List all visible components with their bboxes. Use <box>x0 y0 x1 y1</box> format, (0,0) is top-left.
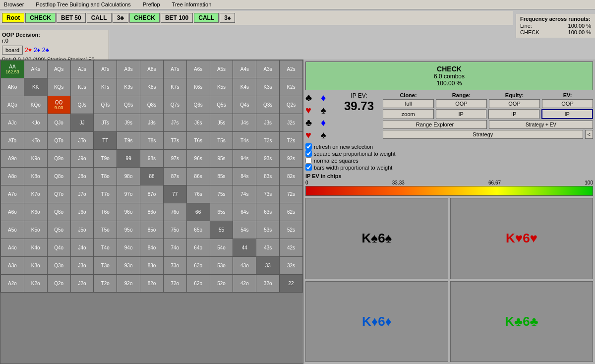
matrix-cell-j9s[interactable]: J9s <box>117 114 140 132</box>
matrix-cell-kts[interactable]: KTs <box>94 78 117 96</box>
matrix-cell-j2o[interactable]: J2o <box>70 275 94 293</box>
matrix-cell-72s[interactable]: 72s <box>280 185 303 203</box>
matrix-cell-53s[interactable]: 53s <box>256 221 280 239</box>
chevron-btn[interactable]: < <box>585 130 593 139</box>
matrix-cell-84s[interactable]: 84s <box>233 168 256 185</box>
matrix-cell-63o[interactable]: 63o <box>186 257 210 275</box>
matrix-cell-q3o[interactable]: Q3o <box>47 257 70 275</box>
matrix-cell-a2s[interactable]: A2s <box>280 61 303 78</box>
matrix-cell-q8s[interactable]: Q8s <box>140 96 164 114</box>
matrix-cell-aqo[interactable]: AQo <box>1 96 24 114</box>
matrix-cell-jj[interactable]: JJ <box>70 114 94 132</box>
matrix-cell-t2o[interactable]: T2o <box>94 275 117 293</box>
matrix-cell-k8s[interactable]: K8s <box>140 78 164 96</box>
matrix-cell-q5s[interactable]: Q5s <box>210 96 233 114</box>
nav-bet100[interactable]: BET 100 <box>161 13 193 23</box>
diamonds-icon-2[interactable]: ♦ <box>321 117 335 128</box>
matrix-cell-93o[interactable]: 93o <box>117 257 140 275</box>
matrix-cell-54s[interactable]: 54s <box>233 221 256 239</box>
matrix-cell-85s[interactable]: 85s <box>210 168 233 185</box>
matrix-cell-j5o[interactable]: J5o <box>70 221 94 239</box>
matrix-cell-j9o[interactable]: J9o <box>70 150 94 168</box>
matrix-cell-jto[interactable]: JTo <box>70 132 94 150</box>
matrix-cell-kqs[interactable]: KQs <box>47 78 70 96</box>
matrix-cell-qjs[interactable]: QJs <box>70 96 94 114</box>
matrix-cell-53o[interactable]: 53o <box>210 257 233 275</box>
matrix-cell-54o[interactable]: 54o <box>210 239 233 257</box>
matrix-cell-aqs[interactable]: AQs <box>47 61 70 78</box>
matrix-cell-92s[interactable]: 92s <box>280 150 303 168</box>
matrix-cell-75o[interactable]: 75o <box>163 221 186 239</box>
matrix-cell-82o[interactable]: 82o <box>140 275 164 293</box>
checkbox-bars-input[interactable] <box>305 164 312 171</box>
matrix-cell-q4o[interactable]: Q4o <box>47 239 70 257</box>
matrix-cell-q6o[interactable]: Q6o <box>47 203 70 221</box>
range-oop-btn[interactable]: OOP <box>436 99 487 108</box>
matrix-cell-93s[interactable]: 93s <box>256 150 280 168</box>
matrix-cell-j3o[interactable]: J3o <box>70 257 94 275</box>
clubs-icon[interactable]: ♣ <box>305 92 320 104</box>
ev-oop-btn[interactable]: OOP <box>542 99 593 108</box>
matrix-cell-a8o[interactable]: A8o <box>1 168 24 185</box>
nav-check2[interactable]: CHECK <box>129 13 160 23</box>
matrix-cell-aa[interactable]: AA162.53 <box>1 61 24 78</box>
matrix-cell-97o[interactable]: 97o <box>117 185 140 203</box>
matrix-cell-62s[interactable]: 62s <box>280 203 303 221</box>
matrix-cell-83s[interactable]: 83s <box>256 168 280 185</box>
matrix-cell-92o[interactable]: 92o <box>117 275 140 293</box>
matrix-cell-a6s[interactable]: A6s <box>186 61 210 78</box>
matrix-cell-52s[interactable]: 52s <box>280 221 303 239</box>
menu-postflop[interactable]: Postflop Tree Building and Calculations <box>34 1 132 8</box>
matrix-cell-q9o[interactable]: Q9o <box>47 150 70 168</box>
matrix-cell-96s[interactable]: 96s <box>186 150 210 168</box>
matrix-cell-94s[interactable]: 94s <box>233 150 256 168</box>
matrix-cell-q7o[interactable]: Q7o <box>47 185 70 203</box>
matrix-cell-qjo[interactable]: QJo <box>47 114 70 132</box>
matrix-cell-k3s[interactable]: K3s <box>256 78 280 96</box>
matrix-cell-j2s[interactable]: J2s <box>280 114 303 132</box>
matrix-cell-k4s[interactable]: K4s <box>233 78 256 96</box>
matrix-cell-qts[interactable]: QTs <box>94 96 117 114</box>
matrix-cell-j4o[interactable]: J4o <box>70 239 94 257</box>
matrix-cell-a5s[interactable]: A5s <box>210 61 233 78</box>
matrix-cell-ako[interactable]: AKo <box>1 78 24 96</box>
matrix-cell-a3o[interactable]: A3o <box>1 257 24 275</box>
matrix-cell-87o[interactable]: 87o <box>140 185 164 203</box>
matrix-cell-k3o[interactable]: K3o <box>24 257 47 275</box>
nav-root[interactable]: Root <box>2 13 24 23</box>
matrix-cell-j8s[interactable]: J8s <box>140 114 164 132</box>
matrix-cell-95o[interactable]: 95o <box>117 221 140 239</box>
matrix-cell-t4o[interactable]: T4o <box>94 239 117 257</box>
matrix-cell-j5s[interactable]: J5s <box>210 114 233 132</box>
matrix-cell-43s[interactable]: 43s <box>256 239 280 257</box>
matrix-cell-98s[interactable]: 98s <box>140 150 164 168</box>
matrix-cell-k4o[interactable]: K4o <box>24 239 47 257</box>
matrix-cell-t9o[interactable]: T9o <box>94 150 117 168</box>
matrix-cell-t2s[interactable]: T2s <box>280 132 303 150</box>
clubs-icon-2[interactable]: ♣ <box>305 117 320 128</box>
matrix-cell-94o[interactable]: 94o <box>117 239 140 257</box>
matrix-cell-j8o[interactable]: J8o <box>70 168 94 185</box>
matrix-cell-q9s[interactable]: Q9s <box>117 96 140 114</box>
matrix-cell-j7s[interactable]: J7s <box>163 114 186 132</box>
matrix-cell-65s[interactable]: 65s <box>210 203 233 221</box>
matrix-cell-75s[interactable]: 75s <box>210 185 233 203</box>
matrix-cell-87s[interactable]: 87s <box>163 168 186 185</box>
zoom-btn[interactable]: zoom <box>383 109 434 119</box>
matrix-cell-k5s[interactable]: K5s <box>210 78 233 96</box>
hearts-icon-2[interactable]: ♥ <box>305 129 320 141</box>
matrix-cell-qq[interactable]: QQ9.03 <box>47 96 70 114</box>
matrix-cell-a3s[interactable]: A3s <box>256 61 280 78</box>
nav-call2[interactable]: CALL <box>194 13 219 23</box>
matrix-cell-t8o[interactable]: T8o <box>94 168 117 185</box>
matrix-cell-j7o[interactable]: J7o <box>70 185 94 203</box>
matrix-cell-t8s[interactable]: T8s <box>140 132 164 150</box>
hearts-icon[interactable]: ♥ <box>305 105 320 116</box>
checkbox-normalize-input[interactable] <box>305 157 312 164</box>
matrix-cell-a9s[interactable]: A9s <box>117 61 140 78</box>
matrix-cell-88[interactable]: 88 <box>140 168 164 185</box>
combo-clubs[interactable]: K♣6♣ <box>450 281 593 363</box>
matrix-cell-q5o[interactable]: Q5o <box>47 221 70 239</box>
matrix-cell-82s[interactable]: 82s <box>280 168 303 185</box>
matrix-cell-t7o[interactable]: T7o <box>94 185 117 203</box>
